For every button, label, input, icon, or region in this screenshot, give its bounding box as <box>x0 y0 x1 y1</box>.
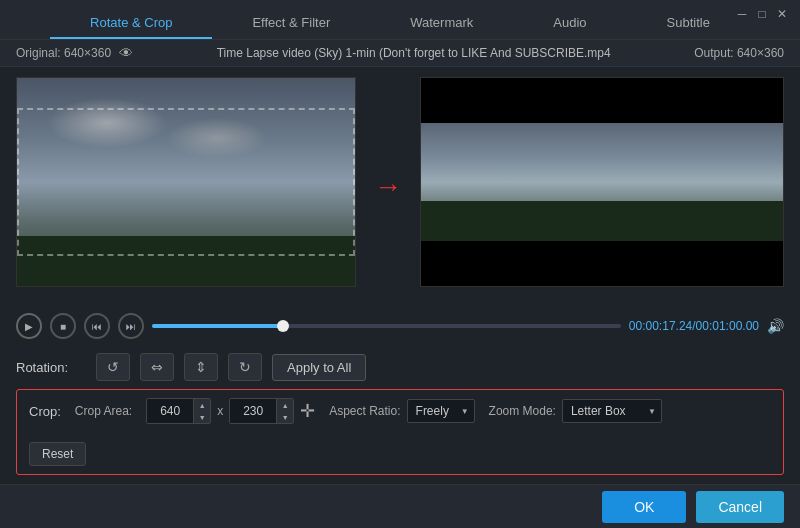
close-button[interactable]: ✕ <box>772 4 792 24</box>
zoom-mode-group: Zoom Mode: Letter Box Pan & Scan Full <box>489 399 662 423</box>
crop-height-spinbox: ▲ ▼ <box>229 398 294 424</box>
aspect-ratio-select[interactable]: Freely 16:9 4:3 1:1 <box>407 399 475 423</box>
crop-height-up-button[interactable]: ▲ <box>277 399 293 411</box>
aspect-ratio-group: Aspect Ratio: Freely 16:9 4:3 1:1 <box>329 399 474 423</box>
original-label: Original: 640×360 <box>16 46 111 60</box>
right-arrow-icon: → <box>374 171 402 203</box>
tab-rotate-crop[interactable]: Rotate & Crop <box>50 8 212 39</box>
crop-area-label: Crop Area: <box>75 404 132 418</box>
crop-row-2: Reset <box>29 438 771 466</box>
original-info: Original: 640×360 👁 <box>16 45 133 61</box>
restore-button[interactable]: □ <box>752 4 772 24</box>
rotate-right-button[interactable]: ↻ <box>228 353 262 381</box>
zoom-mode-select-wrapper: Letter Box Pan & Scan Full <box>562 399 662 423</box>
aspect-ratio-label: Aspect Ratio: <box>329 404 400 418</box>
flip-v-icon: ⇕ <box>195 359 207 375</box>
prev-icon: ⏮ <box>92 321 102 332</box>
flip-horizontal-button[interactable]: ⇔ <box>140 353 174 381</box>
zoom-mode-select[interactable]: Letter Box Pan & Scan Full <box>562 399 662 423</box>
zoom-mode-label: Zoom Mode: <box>489 404 556 418</box>
main-content: → <box>0 67 800 307</box>
stop-button[interactable]: ■ <box>50 313 76 339</box>
crop-width-input[interactable] <box>147 399 193 423</box>
next-button[interactable]: ⏭ <box>118 313 144 339</box>
crop-width-spin-buttons: ▲ ▼ <box>193 399 210 423</box>
crop-height-spin-buttons: ▲ ▼ <box>276 399 293 423</box>
x-separator: x <box>217 404 223 418</box>
tree-line-left <box>17 236 355 286</box>
minimize-button[interactable]: ─ <box>732 4 752 24</box>
play-icon: ▶ <box>25 321 33 332</box>
time-total: 00:01:00.00 <box>696 319 759 333</box>
stop-icon: ■ <box>60 321 66 332</box>
time-display: 00:00:17.24/00:01:00.00 <box>629 319 759 333</box>
crop-label: Crop: <box>29 404 61 419</box>
apply-to-all-button[interactable]: Apply to All <box>272 354 366 381</box>
rotate-left-icon: ↺ <box>107 359 119 375</box>
ok-button[interactable]: OK <box>602 491 686 523</box>
flip-vertical-button[interactable]: ⇕ <box>184 353 218 381</box>
move-icon[interactable]: ✛ <box>300 400 315 422</box>
cloud-decoration-1 <box>47 98 167 148</box>
video-content-right <box>421 78 783 286</box>
seek-fill <box>152 324 283 328</box>
reset-button[interactable]: Reset <box>29 442 86 466</box>
black-bar-top <box>421 78 783 123</box>
prev-button[interactable]: ⏮ <box>84 313 110 339</box>
video-inner-left <box>17 78 355 286</box>
tree-line-right <box>421 201 783 241</box>
crop-height-input[interactable] <box>230 399 276 423</box>
crop-area-group: ▲ ▼ x ▲ ▼ ✛ <box>146 398 315 424</box>
play-button[interactable]: ▶ <box>16 313 42 339</box>
seek-thumb <box>277 320 289 332</box>
info-bar: Original: 640×360 👁 Time Lapse video (Sk… <box>0 40 800 67</box>
minimize-icon: ─ <box>738 7 747 21</box>
transport-bar: ▶ ■ ⏮ ⏭ 00:00:17.24/00:01:00.00 🔊 <box>0 307 800 345</box>
window-controls: ─ □ ✕ <box>724 0 800 28</box>
black-bar-bottom <box>421 241 783 286</box>
crop-width-spinbox: ▲ ▼ <box>146 398 211 424</box>
eye-icon[interactable]: 👁 <box>119 45 133 61</box>
preview-left <box>16 77 356 287</box>
tab-bar: Rotate & Crop Effect & Filter Watermark … <box>0 0 800 40</box>
close-icon: ✕ <box>777 7 787 21</box>
aspect-ratio-select-wrapper: Freely 16:9 4:3 1:1 <box>407 399 475 423</box>
filename: Time Lapse video (Sky) 1-min (Don't forg… <box>217 46 611 60</box>
volume-icon[interactable]: 🔊 <box>767 318 784 334</box>
seek-bar[interactable] <box>152 324 621 328</box>
tab-audio[interactable]: Audio <box>513 8 626 39</box>
cancel-button[interactable]: Cancel <box>696 491 784 523</box>
sky-background-left <box>17 78 355 286</box>
rotation-label: Rotation: <box>16 360 86 375</box>
flip-h-icon: ⇔ <box>151 359 163 375</box>
tab-watermark[interactable]: Watermark <box>370 8 513 39</box>
crop-height-down-button[interactable]: ▼ <box>277 411 293 423</box>
crop-width-up-button[interactable]: ▲ <box>194 399 210 411</box>
bottom-bar: OK Cancel <box>0 484 800 528</box>
restore-icon: □ <box>758 7 765 21</box>
cloud-decoration-2 <box>167 118 267 158</box>
next-icon: ⏭ <box>126 321 136 332</box>
arrow-container: → <box>368 77 408 297</box>
crop-section: Crop: Crop Area: ▲ ▼ x ▲ ▼ ✛ Aspect Rati… <box>16 389 784 475</box>
output-label: Output: 640×360 <box>694 46 784 60</box>
tab-effect-filter[interactable]: Effect & Filter <box>212 8 370 39</box>
crop-width-down-button[interactable]: ▼ <box>194 411 210 423</box>
rotate-left-button[interactable]: ↺ <box>96 353 130 381</box>
rotation-section: Rotation: ↺ ⇔ ⇕ ↻ Apply to All <box>0 345 800 389</box>
preview-right <box>420 77 784 287</box>
rotate-right-icon: ↻ <box>239 359 251 375</box>
time-current: 00:00:17.24 <box>629 319 692 333</box>
